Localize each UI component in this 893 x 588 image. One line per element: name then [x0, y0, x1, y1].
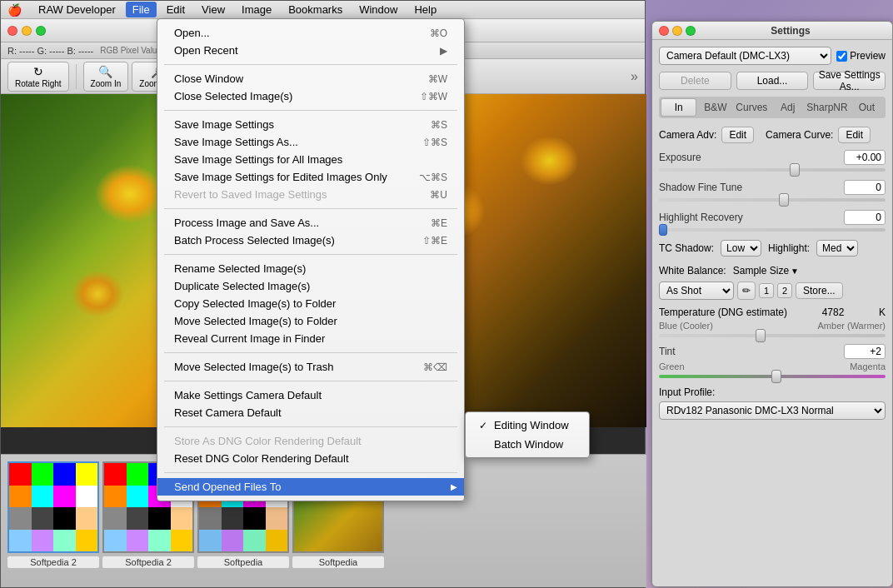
thumbnail-image[interactable] — [7, 461, 99, 553]
tint-value[interactable]: +2 — [844, 344, 886, 359]
tc-shadow-label: TC Shadow: — [659, 242, 714, 254]
preset-select[interactable]: Camera Default (DMC-LX3) — [659, 47, 831, 65]
menu-file[interactable]: File — [126, 2, 157, 17]
menu-move-to-trash[interactable]: Move Selected Image(s) to Trash ⌘⌫ — [157, 358, 464, 376]
shadow-fine-tune-value[interactable]: 0 — [844, 180, 886, 195]
tc-highlight-select[interactable]: Med — [816, 240, 858, 257]
white-balance-select[interactable]: As Shot — [659, 282, 734, 300]
temperature-thumb[interactable] — [756, 329, 766, 342]
menu-divider-4 — [164, 254, 457, 255]
tc-shadow-select[interactable]: Low — [721, 240, 761, 257]
menu-reveal-in-finder[interactable]: Reveal Current Image in Finder — [157, 330, 464, 347]
file-dropdown-menu: Open... ⌘O Open Recent ▶ Close Window ⌘W… — [157, 18, 465, 501]
exposure-slider[interactable] — [659, 168, 886, 172]
list-item[interactable]: Softpedia 2 — [7, 461, 99, 568]
menu-save-settings-as[interactable]: Save Image Settings As... ⇧⌘S — [157, 133, 464, 151]
menu-section-5: Rename Selected Image(s) Duplicate Selec… — [157, 258, 464, 349]
menu-save-edited-only[interactable]: Save Image Settings for Edited Images On… — [157, 168, 464, 186]
thumbnail-label: Softpedia 2 — [7, 556, 99, 568]
shadow-fine-tune-row: Shadow Fine Tune 0 — [659, 180, 886, 202]
zoom-in-button[interactable]: 🔍 Zoom In — [83, 62, 129, 92]
exposure-label: Exposure — [659, 152, 701, 163]
menu-batch-process[interactable]: Batch Process Selected Image(s) ⇧⌘E — [157, 232, 464, 249]
temperature-range: Blue (Cooler) Amber (Warmer) — [659, 321, 886, 331]
rotate-right-button[interactable]: ↻ Rotate Right — [7, 62, 69, 92]
menu-rename-selected[interactable]: Rename Selected Image(s) — [157, 260, 464, 277]
wb-num1-button[interactable]: 1 — [759, 283, 774, 298]
rotate-icon: ↻ — [33, 65, 43, 78]
exposure-value[interactable]: +0.00 — [844, 150, 886, 165]
tab-curves[interactable]: Curves — [735, 98, 769, 117]
preview-label: Preview — [850, 50, 886, 62]
menu-duplicate-selected[interactable]: Duplicate Selected Image(s) — [157, 277, 464, 295]
settings-close-button[interactable] — [659, 26, 669, 36]
zoom-in-label: Zoom In — [91, 79, 122, 88]
menu-window[interactable]: Window — [352, 2, 404, 17]
menu-image[interactable]: Image — [235, 2, 278, 17]
submenu-batch-window[interactable]: Batch Window — [466, 435, 589, 454]
close-button[interactable] — [7, 26, 17, 36]
sample-size-dropdown[interactable]: Sample Size ▼ — [733, 265, 799, 277]
menu-make-camera-default[interactable]: Make Settings Camera Default — [157, 386, 464, 404]
tab-out[interactable]: Out — [850, 98, 884, 117]
no-check-icon — [479, 439, 489, 451]
tint-thumb[interactable] — [771, 370, 781, 383]
menu-reset-dng-default[interactable]: Reset DNG Color Rendering Default — [157, 450, 464, 467]
load-button[interactable]: Load... — [736, 72, 809, 90]
menu-close-window[interactable]: Close Window ⌘W — [157, 70, 464, 87]
menu-close-selected[interactable]: Close Selected Image(s) ⇧⌘W — [157, 87, 464, 105]
toolbar-expand[interactable]: » — [631, 69, 638, 84]
menu-view[interactable]: View — [195, 2, 232, 17]
menu-divider-3 — [164, 208, 457, 209]
menu-help[interactable]: Help — [407, 2, 443, 17]
tab-sharpnr[interactable]: SharpNR — [806, 98, 847, 117]
save-settings-as-button[interactable]: Save Settings As... — [813, 72, 886, 90]
maximize-button[interactable] — [36, 26, 46, 36]
tab-bw[interactable]: B&W — [698, 98, 732, 117]
menu-section-2: Close Window ⌘W Close Selected Image(s) … — [157, 68, 464, 107]
apple-menu[interactable]: 🍎 — [7, 3, 22, 17]
menu-open-recent[interactable]: Open Recent ▶ — [157, 42, 464, 59]
tab-adj[interactable]: Adj — [771, 98, 805, 117]
highlight-recovery-value[interactable]: 0 — [844, 210, 886, 225]
menu-save-all-images[interactable]: Save Image Settings for All Images — [157, 151, 464, 168]
menu-process-save-as[interactable]: Process Image and Save As... ⌘E — [157, 214, 464, 232]
preview-checkbox[interactable] — [836, 51, 847, 62]
menu-move-to-folder[interactable]: Move Selected Image(s) to Folder — [157, 312, 464, 330]
menu-edit[interactable]: Edit — [160, 2, 192, 17]
camera-curve-edit-button[interactable]: Edit — [838, 127, 871, 143]
menu-raw-developer[interactable]: RAW Developer — [32, 2, 122, 17]
input-profile-select[interactable]: RDv182 Panasonic DMC-LX3 Normal — [659, 401, 886, 420]
settings-maximize-button[interactable] — [686, 26, 696, 36]
temperature-slider[interactable] — [659, 334, 886, 337]
menu-divider-7 — [164, 426, 457, 427]
input-profile-row: Input Profile: RDv182 Panasonic DMC-LX3 … — [659, 386, 886, 420]
menu-copy-to-folder[interactable]: Copy Selected Image(s) to Folder — [157, 295, 464, 312]
menu-save-settings[interactable]: Save Image Settings ⌘S — [157, 116, 464, 133]
menu-send-opened-files[interactable]: Send Opened Files To — [157, 478, 464, 496]
highlight-recovery-thumb[interactable] — [659, 224, 667, 236]
highlight-recovery-row: Highlight Recovery 0 — [659, 210, 886, 232]
exposure-thumb[interactable] — [790, 163, 800, 177]
eyedropper-button[interactable]: ✏ — [737, 282, 756, 300]
tc-row: TC Shadow: Low Highlight: Med — [659, 240, 886, 257]
shadow-fine-tune-slider[interactable] — [659, 198, 886, 202]
highlight-recovery-label-row: Highlight Recovery 0 — [659, 210, 886, 225]
settings-minimize-button[interactable] — [672, 26, 682, 36]
camera-adv-edit-button[interactable]: Edit — [721, 127, 754, 143]
store-button[interactable]: Store... — [796, 282, 843, 299]
sample-size-label: Sample Size — [733, 265, 789, 277]
tint-slider-track[interactable] — [659, 375, 886, 378]
menu-open[interactable]: Open... ⌘O — [157, 24, 464, 42]
menu-bookmarks[interactable]: Bookmarks — [282, 2, 349, 17]
delete-button[interactable]: Delete — [659, 72, 731, 90]
wb-num2-button[interactable]: 2 — [777, 283, 792, 298]
highlight-recovery-slider[interactable] — [659, 228, 886, 232]
menu-reset-camera-default[interactable]: Reset Camera Default — [157, 404, 464, 421]
minimize-button[interactable] — [22, 26, 32, 36]
submenu-editing-window[interactable]: ✓ Editing Window — [466, 416, 589, 435]
shadow-fine-tune-thumb[interactable] — [779, 193, 789, 207]
tab-in[interactable]: In — [661, 98, 696, 117]
thumbnail-label: Softpedia — [197, 556, 289, 568]
menu-divider-8 — [164, 472, 457, 473]
